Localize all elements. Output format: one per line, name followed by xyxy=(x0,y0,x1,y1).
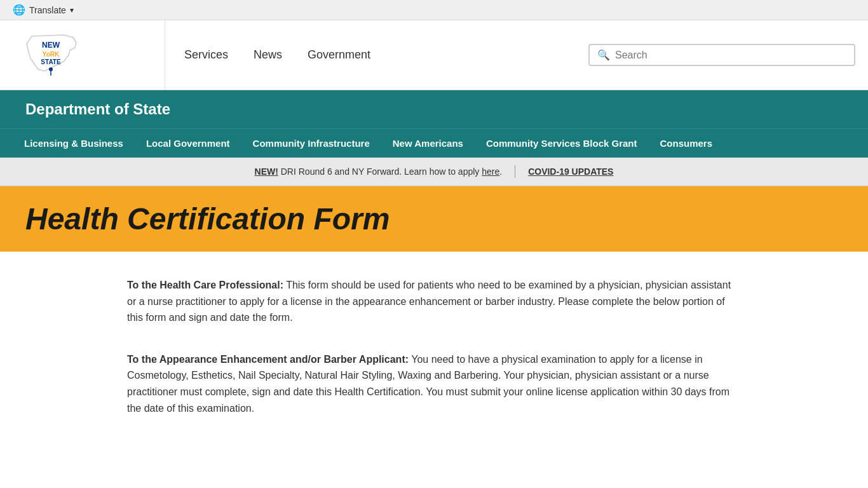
alert-bar: NEW! DRI Round 6 and NY Forward. Learn h… xyxy=(0,158,868,186)
covid-updates-link[interactable]: COVID-19 UPDATES xyxy=(528,166,613,177)
nav-link-government[interactable]: Government xyxy=(308,48,370,62)
nav-link-news[interactable]: News xyxy=(254,48,282,62)
chevron-down-icon: ▾ xyxy=(70,6,74,15)
svg-text:YoRK: YoRK xyxy=(43,51,60,58)
page-title: Health Certification Form xyxy=(25,201,843,236)
nav-link-services[interactable]: Services xyxy=(184,48,228,62)
sub-nav-licensing[interactable]: Licensing & Business xyxy=(13,129,135,158)
nav-links: Services News Government xyxy=(165,48,588,62)
logo-area: NEW YoRK STATE xyxy=(13,20,165,90)
main-nav: NEW YoRK STATE Services News Government … xyxy=(0,20,868,90)
dept-title: Department of State xyxy=(25,100,170,118)
alert-message: NEW! DRI Round 6 and NY Forward. Learn h… xyxy=(255,166,503,177)
alert-here-link[interactable]: here xyxy=(482,166,499,177)
section2-paragraph: To the Appearance Enhancement and/or Bar… xyxy=(127,351,741,416)
sub-nav-community-infra[interactable]: Community Infrastructure xyxy=(241,129,381,158)
section-barber-applicant: To the Appearance Enhancement and/or Bar… xyxy=(127,351,741,416)
section-healthcare-professional: To the Health Care Professional: This fo… xyxy=(127,277,741,326)
section2-label: To the Appearance Enhancement and/or Bar… xyxy=(127,354,409,365)
globe-icon: 🌐 xyxy=(13,4,25,16)
svg-text:NEW: NEW xyxy=(42,41,60,50)
main-content: To the Health Care Professional: This fo… xyxy=(0,252,868,467)
search-bar[interactable]: 🔍 xyxy=(588,44,855,66)
dept-header: Department of State xyxy=(0,90,868,128)
alert-text: DRI Round 6 and NY Forward. Learn how to… xyxy=(281,166,482,177)
alert-divider xyxy=(515,165,515,178)
translate-label[interactable]: Translate xyxy=(29,5,66,15)
sub-nav-consumers[interactable]: Consumers xyxy=(649,129,724,158)
svg-point-3 xyxy=(49,67,53,71)
sub-nav-local-gov[interactable]: Local Government xyxy=(135,129,241,158)
search-icon: 🔍 xyxy=(597,49,610,61)
svg-text:STATE: STATE xyxy=(41,58,61,65)
nys-logo: NEW YoRK STATE xyxy=(13,30,114,81)
section1-paragraph: To the Health Care Professional: This fo… xyxy=(127,277,741,326)
sub-nav-new-americans[interactable]: New Americans xyxy=(381,129,475,158)
sub-nav: Licensing & Business Local Government Co… xyxy=(0,128,868,158)
new-badge: NEW! xyxy=(255,166,278,177)
page-title-banner: Health Certification Form xyxy=(0,186,868,252)
section1-label: To the Health Care Professional: xyxy=(127,280,283,290)
alert-suffix: . xyxy=(499,166,502,177)
search-input[interactable] xyxy=(615,50,846,61)
top-bar: 🌐 Translate ▾ xyxy=(0,0,868,20)
sub-nav-csbg[interactable]: Community Services Block Grant xyxy=(475,129,649,158)
